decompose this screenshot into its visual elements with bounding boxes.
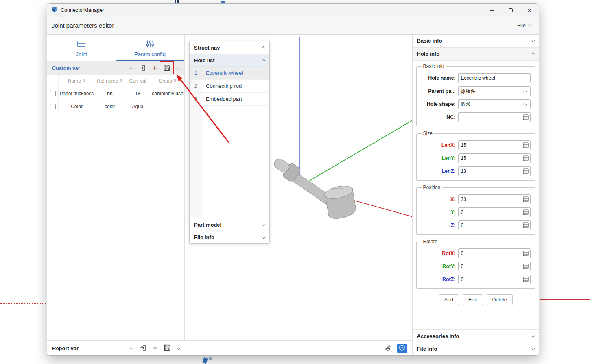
row-checkbox[interactable] [50,104,56,109]
column-header-group[interactable]: Group⇅ [151,75,184,87]
table-row[interactable]: Color color Aqua [47,100,184,113]
joint-icon [77,40,86,49]
row-checkbox[interactable] [50,91,56,96]
formula-calculator-icon[interactable] [522,142,529,149]
solid-view-button[interactable] [397,344,407,353]
section-title: Accessories info [417,333,459,339]
formula-calculator-icon[interactable] [522,209,529,216]
table-header-row: Name⇅ Ref name⇅ Curr val Group⇅ [47,75,184,87]
struct-file-info-header[interactable]: File info [190,231,269,243]
formula-calculator-icon[interactable] [522,250,529,257]
import-report-var-button[interactable] [139,344,146,352]
file-info-section-header[interactable]: File info [413,342,539,355]
background-artifact [209,357,212,360]
remove-var-button[interactable]: − [128,65,133,71]
app-title: ConnectorManager [61,7,104,13]
item-index: 2 [190,83,202,89]
section-title: File info [417,346,437,352]
formula-calculator-icon[interactable] [522,276,529,283]
hole-list-item-eccentric-wheel[interactable]: 1 Eccentric wheel [190,67,269,80]
hole-name-input[interactable] [458,73,531,83]
hole-list-item-connecting-rod[interactable]: 2 Connecting rod [190,80,269,93]
roty-input[interactable] [458,262,531,271]
sort-icon: ⇅ [82,78,85,83]
pos-z-input[interactable] [458,220,531,230]
parent-part-value: 原板件 [461,88,476,95]
pos-x-input[interactable] [458,194,531,204]
rotx-input[interactable] [458,248,531,258]
import-icon [139,65,146,72]
struct-nav-header[interactable]: Struct nav [190,41,269,54]
window-controls: × [483,4,539,17]
expand-toolbar-icon[interactable] [177,346,181,350]
part-model-header[interactable]: Part model [190,218,269,231]
fieldset-legend: Rotate [422,239,439,244]
custom-var-toolbar: Custom var − + [47,62,184,75]
import-var-button[interactable] [139,65,146,72]
cube-icon [399,344,405,352]
formula-calculator-icon[interactable] [522,263,529,270]
part-model-title: Part model [194,222,221,228]
add-var-button[interactable]: + [152,65,157,72]
delete-button[interactable]: Delete [487,294,513,305]
cell-name: Panel thickness [59,87,95,100]
leny-input[interactable] [458,153,531,163]
connector-manager-window: ConnectorManager × Joint parameters edit… [47,3,539,356]
hole-shape-select[interactable]: 圆形 [458,99,531,109]
column-header-curr-val[interactable]: Curr val [125,75,151,87]
close-button[interactable]: × [520,4,539,17]
chevron-down-icon [531,38,535,42]
chevron-down-icon [523,89,527,93]
background-axis-line-right [540,299,590,300]
column-header-name[interactable]: Name⇅ [59,75,95,87]
formula-calculator-icon[interactable] [522,168,529,175]
hole-list-item-embedded-part[interactable]: 3 Embedded part [190,93,269,106]
maximize-button[interactable] [501,4,520,17]
inspector-panel: Basic info Hole info Basic info Hole nam… [412,35,539,355]
edit-button[interactable]: Edit [463,294,483,305]
tab-param-config[interactable]: Param config [116,36,185,61]
collapse-toolbar-icon[interactable] [176,67,180,71]
chevron-up-icon [531,52,535,57]
parent-part-select[interactable]: 原板件 [458,86,531,96]
chevron-down-icon [262,222,266,226]
accessories-info-section-header[interactable]: Accessories info [413,329,539,342]
formula-calculator-icon[interactable] [522,113,529,121]
file-menu[interactable]: File [517,22,531,28]
pos-y-input[interactable] [458,207,531,217]
item-index: 1 [190,70,202,76]
formula-calculator-icon[interactable] [522,155,529,162]
sketch-view-button[interactable] [383,344,393,353]
formula-calculator-icon[interactable] [522,196,529,203]
titlebar[interactable]: ConnectorManager × [47,4,539,17]
sort-icon: ⇅ [119,78,122,83]
remove-report-var-button[interactable]: − [129,345,133,351]
save-report-var-button[interactable] [164,344,171,353]
nc-input[interactable] [458,112,531,122]
cell-name: Color [59,100,95,113]
sheet-pencil-icon [384,344,391,352]
lenz-input[interactable] [458,166,531,176]
report-var-title: Report var [52,345,79,351]
hole-list-title: Hole list [194,57,215,63]
hole-info-content: Basic info Hole name: Parent pa... 原板件 [413,61,539,329]
column-header-ref-name[interactable]: Ref name⇅ [95,75,125,87]
tab-joint[interactable]: Joint [47,36,116,61]
rotz-input[interactable] [458,275,531,284]
formula-calculator-icon[interactable] [522,222,529,229]
add-report-var-button[interactable]: + [153,345,157,351]
hole-shape-label: Hole shape: [421,101,458,107]
table-row[interactable]: Panel thickness bh 18 commonly use [47,87,184,100]
report-var-toolbar: Report var − + [47,344,185,353]
plus-icon: + [153,345,157,351]
hole-info-section-header[interactable]: Hole info [413,48,539,61]
add-button[interactable]: Add [439,294,459,305]
lenx-input[interactable] [458,140,531,150]
chevron-down-icon [523,102,527,106]
hole-list-header[interactable]: Hole list [190,54,269,67]
minimize-button[interactable] [483,4,501,17]
basic-info-section-header[interactable]: Basic info [413,35,539,48]
save-var-button[interactable] [163,64,170,73]
parent-part-label: Parent pa... [421,88,458,94]
struct-nav-panel: Struct nav Hole list 1 Eccentric wheel [189,41,270,244]
